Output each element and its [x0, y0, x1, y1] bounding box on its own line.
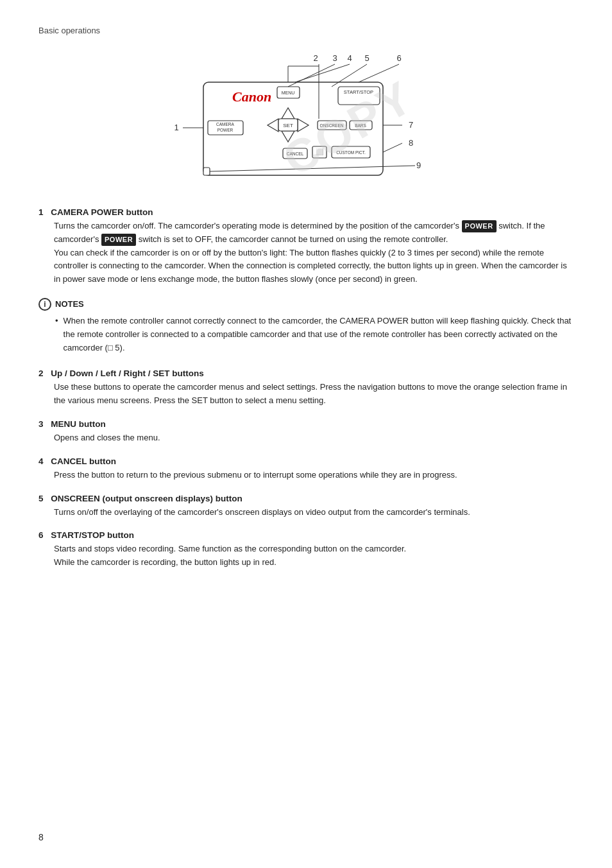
svg-text:POWER: POWER [217, 128, 234, 132]
svg-text:7: 7 [409, 120, 413, 130]
section-2-title: 2 Up / Down / Left / Right / SET buttons [38, 369, 574, 378]
notes-label: NOTES [55, 299, 84, 309]
svg-text:CUSTOM PICT.: CUSTOM PICT. [336, 150, 366, 155]
svg-text:BARS: BARS [355, 123, 366, 128]
sections-container: 1 CAMERA POWER button Turns the camcorde… [38, 207, 574, 569]
section-3: 3 MENU button Opens and closes the menu. [38, 419, 574, 445]
power-badge-2: POWER [101, 234, 136, 247]
svg-line-39 [295, 64, 350, 82]
svg-text:1: 1 [174, 123, 178, 132]
svg-rect-25 [203, 168, 210, 175]
section-6-title: 6 START/STOP button [38, 530, 574, 540]
svg-text:4: 4 [347, 53, 352, 63]
section-6-body: Starts and stops video recording. Same f… [54, 542, 574, 569]
svg-text:2: 2 [313, 53, 318, 63]
svg-line-44 [383, 143, 402, 152]
section-4-title: 4 CANCEL button [38, 456, 574, 466]
section-5-body: Turns on/off the overlaying of the camco… [54, 506, 574, 519]
section-1-body: Turns the camcorder on/off. The camcorde… [54, 220, 574, 286]
svg-text:CANCEL: CANCEL [287, 152, 304, 156]
svg-text:MENU: MENU [282, 91, 295, 95]
diagram-svg-wrap: COPY Canon START/STOP MENU SET [146, 47, 466, 188]
svg-text:5: 5 [364, 53, 369, 63]
svg-line-41 [359, 64, 399, 82]
svg-text:6: 6 [396, 53, 401, 63]
section-3-title: 3 MENU button [38, 419, 574, 429]
page-header: Basic operations [38, 26, 574, 35]
section-5-title: 5 ONSCREEN (output onscreen displays) bu… [38, 494, 574, 503]
svg-text:8: 8 [409, 138, 413, 148]
diagram: COPY Canon START/STOP MENU SET [38, 47, 574, 188]
section-2: 2 Up / Down / Left / Right / SET buttons… [38, 369, 574, 408]
section-2-body: Use these buttons to operate the camcord… [54, 381, 574, 408]
svg-text:Canon: Canon [232, 89, 271, 105]
notes-box: i NOTES • When the remote controller can… [38, 298, 574, 357]
section-6: 6 START/STOP button Starts and stops vid… [38, 530, 574, 569]
notes-body: • When the remote controller cannot corr… [55, 315, 574, 357]
svg-text:ONSCREEN: ONSCREEN [320, 123, 344, 128]
section-5: 5 ONSCREEN (output onscreen displays) bu… [38, 494, 574, 519]
svg-text:CAMERA: CAMERA [216, 122, 234, 126]
svg-text:3: 3 [332, 53, 337, 63]
notes-item-1: • When the remote controller cannot corr… [55, 315, 574, 354]
svg-text:SET: SET [283, 123, 293, 128]
section-4: 4 CANCEL button Press the button to retu… [38, 456, 574, 482]
diagram-svg: Canon START/STOP MENU SET CAMERA POWER [146, 47, 466, 188]
notes-header: i NOTES [38, 298, 574, 311]
section-1-title: 1 CAMERA POWER button [38, 207, 574, 217]
power-badge-1: POWER [462, 220, 497, 233]
section-3-body: Opens and closes the menu. [54, 431, 574, 445]
section-4-body: Press the button to return to the previo… [54, 469, 574, 482]
svg-text:START/STOP: START/STOP [344, 89, 373, 95]
section-1: 1 CAMERA POWER button Turns the camcorde… [38, 207, 574, 286]
svg-text:⬜: ⬜ [316, 148, 324, 156]
svg-text:9: 9 [416, 161, 421, 170]
page-number: 8 [38, 832, 44, 842]
info-icon: i [38, 298, 51, 311]
